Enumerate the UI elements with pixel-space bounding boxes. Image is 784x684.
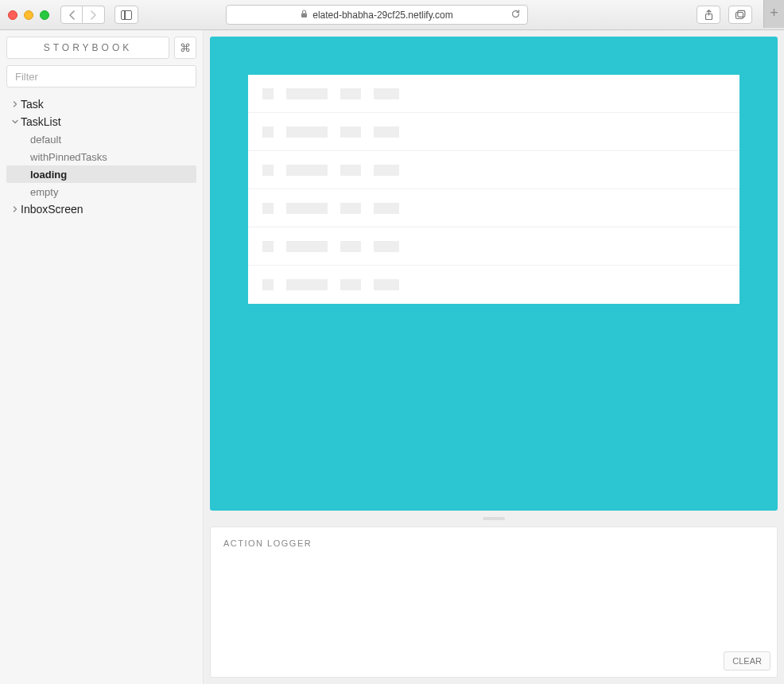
tree-story[interactable]: empty: [6, 183, 196, 200]
skeleton-checkbox: [262, 241, 274, 252]
skeleton-bar: [340, 279, 361, 290]
clear-button[interactable]: CLEAR: [724, 651, 770, 670]
panel-resize-handle[interactable]: [483, 517, 505, 520]
tree-kind-label: Task: [21, 98, 44, 111]
close-window-button[interactable]: [8, 10, 17, 20]
skeleton-checkbox: [262, 203, 274, 214]
skeleton-row: [248, 227, 739, 266]
skeleton-bar: [340, 88, 361, 99]
reload-icon[interactable]: [510, 9, 521, 21]
tree-kind[interactable]: InboxScreen: [6, 200, 196, 218]
skeleton-bar: [286, 165, 328, 176]
skeleton-bar: [286, 126, 328, 138]
command-icon: ⌘: [180, 41, 191, 54]
skeleton-bar: [374, 203, 399, 214]
skeleton-row: [248, 266, 739, 304]
browser-toolbar: elated-bhabha-29cf25.netlify.com +: [0, 0, 784, 30]
skeleton-checkbox: [262, 88, 274, 99]
tree-kind[interactable]: Task: [6, 95, 196, 113]
back-button[interactable]: [60, 6, 83, 24]
skeleton-bar: [340, 126, 361, 138]
brand-label: STORYBOOK: [44, 42, 133, 53]
tree-kind[interactable]: TaskList: [6, 113, 196, 130]
skeleton-row: [248, 113, 739, 151]
explorer-panel: STORYBOOK ⌘ TaskTaskListdefaultwithPinne…: [0, 30, 204, 684]
skeleton-bar: [286, 203, 328, 214]
shortcuts-button[interactable]: ⌘: [174, 37, 196, 59]
svg-rect-3: [738, 10, 745, 17]
svg-rect-0: [301, 14, 307, 18]
action-logger-body: [211, 559, 777, 677]
filter-input[interactable]: [6, 65, 196, 87]
tabs-button[interactable]: [728, 6, 752, 24]
new-tab-button[interactable]: +: [763, 0, 784, 28]
stories-tree: TaskTaskListdefaultwithPinnedTasksloadin…: [6, 95, 196, 218]
svg-rect-2: [736, 13, 743, 19]
tree-kind-label: InboxScreen: [21, 203, 83, 216]
minimize-window-button[interactable]: [24, 10, 33, 20]
forward-button[interactable]: [83, 6, 105, 24]
tree-story-label: default: [30, 134, 61, 146]
tree-story-label: withPinnedTasks: [30, 151, 107, 163]
address-bar[interactable]: elated-bhabha-29cf25.netlify.com: [226, 5, 528, 25]
tree-story[interactable]: loading: [6, 165, 196, 183]
chevron-right-icon: [10, 101, 21, 107]
clear-label: CLEAR: [732, 656, 762, 666]
skeleton-bar: [286, 88, 328, 99]
skeleton-bar: [374, 279, 399, 290]
toolbar-right: +: [697, 6, 776, 24]
skeleton-row: [248, 189, 739, 227]
tasklist-loading-skeleton: [248, 75, 739, 304]
skeleton-checkbox: [262, 165, 274, 176]
action-logger-title: ACTION LOGGER: [211, 527, 777, 559]
skeleton-bar: [340, 165, 361, 176]
skeleton-checkbox: [262, 126, 274, 138]
nav-buttons: [60, 6, 105, 24]
tree-story-label: empty: [30, 186, 58, 198]
toggle-sidebar-button[interactable]: [114, 6, 138, 24]
tree-story-label: loading: [30, 169, 67, 181]
chevron-right-icon: [10, 206, 21, 212]
window-controls: [8, 10, 49, 20]
url-text: elated-bhabha-29cf25.netlify.com: [312, 10, 453, 21]
maximize-window-button[interactable]: [40, 10, 49, 20]
skeleton-bar: [340, 203, 361, 214]
tree-story[interactable]: withPinnedTasks: [6, 148, 196, 165]
brand-row: STORYBOOK ⌘: [6, 37, 196, 59]
brand-button[interactable]: STORYBOOK: [6, 37, 169, 59]
skeleton-bar: [374, 126, 399, 138]
sidebar-icon: [121, 10, 132, 20]
skeleton-bar: [374, 88, 399, 99]
skeleton-row: [248, 75, 739, 113]
skeleton-checkbox: [262, 279, 274, 290]
chevron-down-icon: [10, 119, 21, 125]
tree-kind-label: TaskList: [21, 115, 61, 128]
skeleton-bar: [286, 279, 328, 290]
lock-icon: [301, 10, 308, 20]
action-logger-panel: ACTION LOGGER CLEAR: [210, 527, 778, 678]
skeleton-bar: [374, 165, 399, 176]
skeleton-bar: [374, 241, 399, 252]
skeleton-bar: [340, 241, 361, 252]
storybook-app: STORYBOOK ⌘ TaskTaskListdefaultwithPinne…: [0, 30, 784, 684]
skeleton-row: [248, 151, 739, 189]
main-panel: ACTION LOGGER CLEAR: [204, 30, 784, 684]
tree-story[interactable]: default: [6, 130, 196, 148]
preview-pane: [210, 37, 778, 511]
skeleton-bar: [286, 241, 328, 252]
share-button[interactable]: [697, 6, 720, 24]
